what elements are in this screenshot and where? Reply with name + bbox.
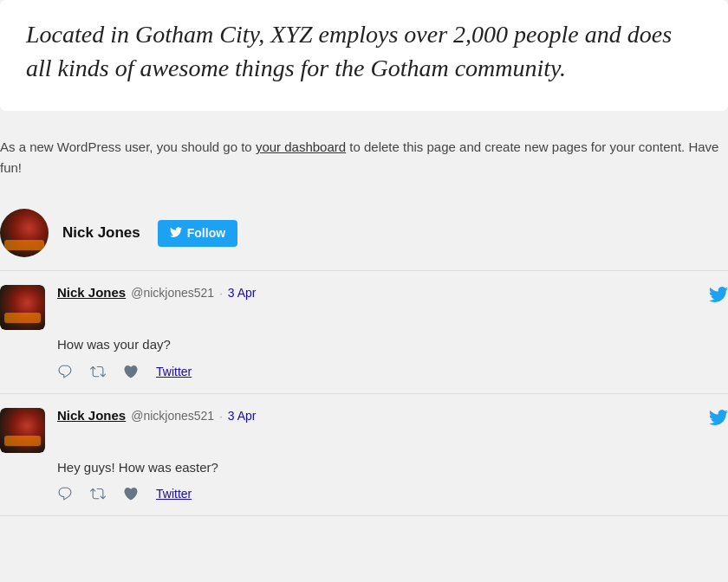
dashboard-link[interactable]: your dashboard xyxy=(256,139,346,154)
tweet-header-left: Nick Jones @nickjones521 · 3 Apr xyxy=(0,285,256,330)
tweet-date-1[interactable]: 3 Apr xyxy=(228,286,257,300)
avatar-image xyxy=(0,209,49,257)
page-wrapper: Located in Gotham City, XYZ employs over… xyxy=(0,0,728,516)
like-button-1[interactable] xyxy=(123,364,139,379)
tweet-handle-2: @nickjones521 xyxy=(131,409,214,423)
tweet-card: Nick Jones @nickjones521 · 3 Apr How was… xyxy=(0,271,728,394)
retweet-icon-2 xyxy=(90,486,106,501)
follow-button[interactable]: Follow xyxy=(158,220,237,247)
tweet-actions-1: Twitter xyxy=(0,364,728,379)
twitter-bird-icon-2 xyxy=(709,408,728,432)
tweet-info-1: Nick Jones @nickjones521 · 3 Apr xyxy=(57,285,256,303)
follow-label: Follow xyxy=(187,226,225,240)
tweet-dot-1: · xyxy=(219,287,223,300)
tweet-author-2[interactable]: Nick Jones xyxy=(57,408,126,423)
tweet-card-2: Nick Jones @nickjones521 · 3 Apr Hey guy… xyxy=(0,394,728,517)
tweet-source-link-2[interactable]: Twitter xyxy=(156,487,192,501)
like-icon-2 xyxy=(123,486,139,501)
tweet-avatar-image-1 xyxy=(0,285,45,330)
quote-text: Located in Gotham City, XYZ employs over… xyxy=(26,17,702,85)
wp-notice-text-before: As a new WordPress user, you should go t… xyxy=(0,139,256,154)
tweet-dot-2: · xyxy=(219,410,223,423)
tweet-avatar-1 xyxy=(0,285,45,330)
twitter-widget: Nick Jones Follow Nick Jones xyxy=(0,196,728,516)
twitter-user-name: Nick Jones xyxy=(62,224,140,242)
quote-card: Located in Gotham City, XYZ employs over… xyxy=(0,0,728,111)
wp-notice: As a new WordPress user, you should go t… xyxy=(0,128,728,196)
tweet-info-2: Nick Jones @nickjones521 · 3 Apr xyxy=(57,408,256,426)
tweet-actions-2: Twitter xyxy=(0,486,728,501)
tweet-header: Nick Jones @nickjones521 · 3 Apr xyxy=(0,285,728,330)
tweet-header-left-2: Nick Jones @nickjones521 · 3 Apr xyxy=(0,408,256,453)
reply-button-1[interactable] xyxy=(57,364,73,379)
retweet-icon-1 xyxy=(90,364,106,379)
reply-icon-2 xyxy=(57,486,73,501)
tweet-avatar-image-2 xyxy=(0,408,45,453)
retweet-button-2[interactable] xyxy=(90,486,106,501)
twitter-bird-icon-1 xyxy=(709,285,728,309)
tweet-date-2[interactable]: 3 Apr xyxy=(228,409,257,423)
retweet-button-1[interactable] xyxy=(90,364,106,379)
tweet-meta-2: Nick Jones @nickjones521 · 3 Apr xyxy=(57,408,256,423)
avatar xyxy=(0,209,49,257)
tweet-avatar-2 xyxy=(0,408,45,453)
like-button-2[interactable] xyxy=(123,486,139,501)
tweet-author-1[interactable]: Nick Jones xyxy=(57,285,126,300)
tweet-header-2: Nick Jones @nickjones521 · 3 Apr xyxy=(0,408,728,453)
twitter-follow-header: Nick Jones Follow xyxy=(0,196,728,270)
twitter-bird-icon xyxy=(170,226,182,241)
tweet-source-link-1[interactable]: Twitter xyxy=(156,365,192,378)
tweet-handle-1: @nickjones521 xyxy=(131,286,214,300)
reply-button-2[interactable] xyxy=(57,486,73,501)
tweet-body-1: How was your day? xyxy=(0,335,728,355)
tweet-body-2: Hey guys! How was easter? xyxy=(0,458,728,478)
reply-icon-1 xyxy=(57,364,73,379)
like-icon-1 xyxy=(123,364,139,379)
tweet-meta-1: Nick Jones @nickjones521 · 3 Apr xyxy=(57,285,256,300)
